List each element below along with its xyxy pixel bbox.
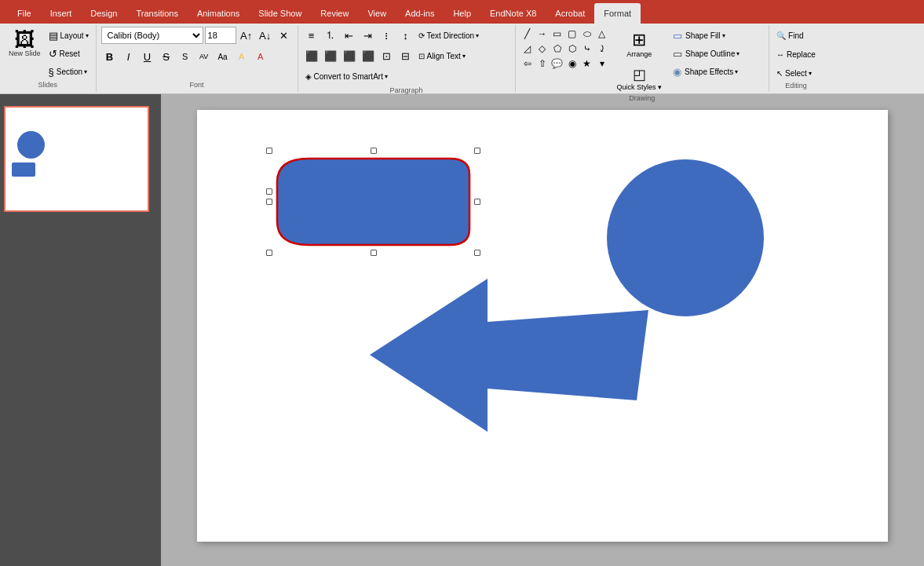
- slide-thumbnail[interactable]: [4, 106, 149, 212]
- bullets-button[interactable]: ≡: [303, 27, 320, 44]
- new-slide-icon: 🖼: [14, 29, 35, 49]
- slide-canvas[interactable]: [197, 110, 888, 542]
- shape-arrow2[interactable]: ⇧: [535, 57, 550, 71]
- columns-button[interactable]: ⫶: [378, 27, 396, 44]
- replace-button[interactable]: ↔ Replace: [774, 46, 818, 63]
- tab-endnote[interactable]: EndNote X8: [480, 3, 546, 24]
- arrange-label: Arrange: [626, 50, 652, 58]
- shape-line[interactable]: ╱: [520, 27, 535, 41]
- justify-button[interactable]: ⬛: [360, 47, 377, 64]
- shape-callout1[interactable]: 💬: [550, 57, 564, 71]
- handle-tl[interactable]: [266, 148, 272, 154]
- italic-button[interactable]: I: [120, 48, 137, 65]
- change-case-button[interactable]: Aa: [214, 48, 232, 65]
- shape-diamond[interactable]: ◇: [535, 42, 550, 56]
- shape-rect[interactable]: ▭: [550, 27, 564, 41]
- para-row-1: ≡ ⒈ ⇤ ⇥ ⫶ ↕ ⟳ Text Direction ▾: [303, 27, 510, 44]
- tab-view[interactable]: View: [358, 3, 396, 24]
- handle-bl[interactable]: [266, 250, 272, 256]
- font-color-button[interactable]: A: [252, 48, 269, 65]
- shape-more[interactable]: ▾: [595, 57, 609, 71]
- tab-animations[interactable]: Animations: [188, 3, 249, 24]
- shape-outline-button[interactable]: ▭ Shape Outline ▾: [670, 45, 764, 62]
- find-icon: 🔍: [776, 31, 786, 40]
- handle-br[interactable]: [474, 250, 480, 256]
- tab-acrobat[interactable]: Acrobat: [546, 3, 594, 24]
- rounded-rect-svg: [269, 151, 477, 253]
- handle-tr[interactable]: [474, 148, 480, 154]
- shape-outline-arrow: ▾: [736, 50, 740, 57]
- underline-button[interactable]: U: [139, 48, 156, 65]
- increase-indent-button[interactable]: ⇥: [360, 27, 377, 44]
- shape-arrow1[interactable]: ⇦: [520, 57, 535, 71]
- tab-slideshow[interactable]: Slide Show: [249, 3, 311, 24]
- align-right-button[interactable]: ⬛: [341, 47, 358, 64]
- shape-arrow-line[interactable]: →: [535, 27, 550, 41]
- char-spacing-button[interactable]: AV: [195, 48, 213, 65]
- reset-button[interactable]: ↺ Reset: [46, 45, 91, 62]
- shape-oval[interactable]: ⬭: [580, 27, 594, 41]
- tab-insert[interactable]: Insert: [41, 3, 82, 24]
- shape-effects-arrow: ▾: [735, 68, 738, 75]
- handle-bm[interactable]: [371, 250, 377, 256]
- font-family-select[interactable]: Calibri (Body): [101, 27, 203, 44]
- font-size-input[interactable]: [205, 27, 236, 44]
- shape-right-triangle[interactable]: ◿: [520, 42, 535, 56]
- shape-callout2[interactable]: ◉: [565, 57, 579, 71]
- shape-fill-button[interactable]: ▭ Shape Fill ▾: [670, 27, 764, 44]
- smartart-cols-button[interactable]: ⊡: [378, 47, 396, 64]
- new-slide-button[interactable]: 🖼 New Slide: [5, 27, 45, 60]
- tab-format[interactable]: Format: [594, 3, 641, 24]
- shape-props-col: ▭ Shape Fill ▾ ▭ Shape Outline ▾ ◉ Shape…: [670, 27, 764, 80]
- center-button[interactable]: ⬛: [322, 47, 339, 64]
- text-direction-button[interactable]: ⟳ Text Direction ▾: [416, 27, 510, 44]
- handle-tm[interactable]: [371, 148, 377, 154]
- shape-arrow[interactable]: [370, 279, 648, 432]
- shape-effects-button[interactable]: ◉ Shape Effects ▾: [670, 63, 764, 80]
- increase-font-button[interactable]: A↑: [238, 27, 255, 44]
- canvas-area[interactable]: [161, 94, 924, 566]
- handle-ml2[interactable]: [266, 188, 272, 195]
- shape-triangle[interactable]: △: [595, 27, 609, 41]
- highlight-color-button[interactable]: A: [233, 48, 250, 65]
- section-button[interactable]: § Section ▾: [46, 63, 91, 80]
- ribbon-group-paragraph: ≡ ⒈ ⇤ ⇥ ⫶ ↕ ⟳ Text Direction ▾ ⬛ ⬛ ⬛ ⬛ ⊡…: [298, 25, 516, 92]
- clear-format-button[interactable]: ✕: [276, 27, 293, 44]
- shape-star[interactable]: ★: [580, 57, 594, 71]
- shadow-button[interactable]: S: [177, 48, 194, 65]
- para-row-2: ⬛ ⬛ ⬛ ⬛ ⊡ ⊟ ⊡ Align Text ▾: [303, 47, 510, 64]
- line-spacing-button[interactable]: ↕: [397, 27, 415, 44]
- align-text-button[interactable]: ⊡ Align Text ▾: [416, 47, 510, 64]
- ribbon-group-drawing: ╱ → ▭ ▢ ⬭ △ ◿ ◇ ⬠ ⬡ ⤷ ⤸ ⇦ ⇧: [516, 25, 770, 92]
- align-left-button[interactable]: ⬛: [303, 47, 320, 64]
- tab-addins[interactable]: Add-ins: [396, 3, 444, 24]
- tab-review[interactable]: Review: [311, 3, 358, 24]
- paragraph-group-label: Paragraph: [303, 86, 510, 96]
- arrange-button[interactable]: ⊞ Arrange: [622, 27, 656, 61]
- handle-ml[interactable]: [266, 199, 272, 205]
- tab-design[interactable]: Design: [81, 3, 126, 24]
- shape-fill-icon: ▭: [673, 30, 682, 42]
- shape-connector2[interactable]: ⤸: [595, 42, 609, 56]
- numbering-button[interactable]: ⒈: [322, 27, 339, 44]
- shape-rounded-rect[interactable]: [269, 151, 477, 253]
- bold-button[interactable]: B: [101, 48, 119, 65]
- shape-hex[interactable]: ⬡: [565, 42, 579, 56]
- smartart-button[interactable]: ◈ Convert to SmartArt ▾: [303, 68, 498, 85]
- tab-help[interactable]: Help: [444, 3, 480, 24]
- decrease-indent-button[interactable]: ⇤: [341, 27, 358, 44]
- section-icon: §: [49, 66, 54, 78]
- quick-styles-button[interactable]: ◰ Quick Styles ▾: [612, 63, 667, 94]
- find-button[interactable]: 🔍 Find: [774, 27, 805, 44]
- select-button[interactable]: ↖ Select ▾: [774, 64, 814, 82]
- layout-button[interactable]: ▤ Layout ▾: [46, 27, 91, 44]
- strikethrough-button[interactable]: S: [158, 48, 175, 65]
- shape-connector1[interactable]: ⤷: [580, 42, 594, 56]
- distribute-button[interactable]: ⊟: [397, 47, 415, 64]
- handle-mr[interactable]: [474, 199, 480, 205]
- tab-transitions[interactable]: Transitions: [127, 3, 188, 24]
- decrease-font-button[interactable]: A↓: [257, 27, 274, 44]
- shape-round-rect[interactable]: ▢: [565, 27, 579, 41]
- shape-pentagon[interactable]: ⬠: [550, 42, 564, 56]
- tab-file[interactable]: File: [8, 3, 41, 24]
